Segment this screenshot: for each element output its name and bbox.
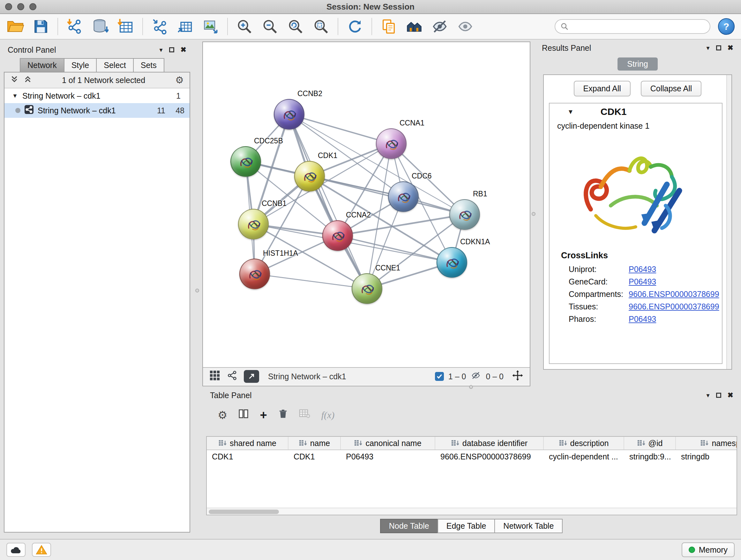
new-table-from-network-button[interactable] [176, 17, 194, 36]
panel-float-icon[interactable] [716, 45, 721, 51]
zoom-in-button[interactable] [235, 17, 253, 36]
warning-button[interactable] [32, 543, 51, 557]
column-header[interactable]: canonical name [341, 437, 435, 449]
add-column-button[interactable]: + [260, 409, 267, 421]
grid-mode-button[interactable] [209, 370, 220, 383]
tab-select[interactable]: Select [96, 58, 133, 72]
hide-selected-button[interactable] [431, 17, 449, 36]
window-close-button[interactable] [5, 3, 12, 10]
panel-close-icon[interactable]: ✖ [181, 46, 186, 54]
crosslink-link[interactable]: P06493 [629, 314, 656, 324]
help-button[interactable]: ? [718, 18, 735, 35]
tab-network-table[interactable]: Network Table [494, 519, 562, 533]
import-network-from-database-button[interactable] [91, 17, 109, 36]
network-node-ccnb1[interactable] [238, 209, 269, 240]
network-canvas[interactable]: CCNB2CCNA1CDC25BCDK1CDC6RB1CCNB1CCNA2CDK… [203, 42, 530, 367]
save-session-button[interactable] [32, 17, 50, 36]
splitter-handle[interactable] [469, 385, 473, 389]
memory-button[interactable]: Memory [682, 543, 735, 557]
cloud-button[interactable] [6, 543, 25, 557]
panel-float-icon[interactable] [169, 47, 174, 52]
detach-view-button[interactable] [244, 370, 259, 383]
search-field[interactable] [555, 19, 711, 34]
collapse-all-button[interactable]: Collapse All [641, 81, 702, 97]
splitter-handle[interactable] [532, 212, 536, 216]
column-header[interactable]: @id [624, 437, 676, 449]
houses-button[interactable] [405, 17, 423, 36]
network-node-cdkn1a[interactable] [436, 247, 467, 278]
network-node-cdk1[interactable] [294, 161, 325, 192]
panel-close-icon[interactable]: ✖ [728, 44, 733, 52]
network-node-ccna1[interactable] [376, 128, 407, 159]
show-all-button[interactable] [456, 17, 474, 36]
table-cell[interactable]: stringdb:9... [624, 450, 676, 463]
zoom-fit-button[interactable] [286, 17, 305, 36]
panel-menu-icon[interactable]: ▾ [706, 44, 710, 52]
table-row[interactable]: CDK1 CDK1 P06493 9606.ENSP00000378699 cy… [207, 450, 737, 463]
collapse-tree-button[interactable] [23, 75, 32, 85]
search-input[interactable] [572, 21, 704, 32]
crosslink-link[interactable]: 9606.ENSP00000378699 [629, 302, 719, 311]
panel-close-icon[interactable]: ✖ [728, 391, 733, 399]
tab-node-table[interactable]: Node Table [380, 519, 438, 533]
refresh-view-button[interactable] [346, 17, 364, 36]
show-columns-button[interactable] [238, 408, 249, 422]
network-node-ccne1[interactable] [352, 273, 382, 304]
splitter-handle[interactable] [195, 289, 199, 293]
network-mode-button[interactable] [226, 370, 238, 383]
zoom-selected-button[interactable] [312, 17, 330, 36]
collection-expand-icon[interactable]: ▼ [12, 92, 18, 99]
selected-checkbox-icon[interactable] [435, 372, 444, 381]
table-cell[interactable]: CDK1 [288, 450, 341, 463]
hidden-eye-icon[interactable] [470, 371, 481, 382]
delete-column-button[interactable] [278, 408, 288, 422]
import-table-from-file-button[interactable] [117, 17, 135, 36]
tab-style[interactable]: Style [64, 58, 97, 72]
table-settings-gear[interactable]: ⚙ [218, 410, 227, 421]
network-node-ccna2[interactable] [322, 220, 353, 251]
network-node-cdc6[interactable] [388, 181, 419, 212]
network-node-hist1h1a[interactable] [239, 259, 270, 289]
tab-sets[interactable]: Sets [133, 58, 164, 72]
column-header[interactable]: namespace [676, 437, 737, 449]
zoom-out-button[interactable] [261, 17, 279, 36]
copy-button[interactable] [380, 17, 398, 36]
column-header[interactable]: description [544, 437, 624, 449]
network-row[interactable]: String Network – cdk1 11 48 [4, 103, 190, 118]
table-cell[interactable]: cyclin-dependent ... [544, 450, 624, 463]
table-cell[interactable]: 9606.ENSP00000378699 [435, 450, 544, 463]
crosslink-link[interactable]: P06493 [629, 277, 656, 287]
expand-tree-button[interactable] [10, 75, 18, 85]
network-node-cdc25b[interactable] [230, 146, 261, 177]
network-node-rb1[interactable] [449, 199, 480, 230]
scrollbar-thumb[interactable] [209, 509, 279, 514]
import-network-from-file-button[interactable] [66, 17, 84, 36]
table-horizontal-scrollbar[interactable] [207, 508, 737, 515]
panel-menu-icon[interactable]: ▾ [706, 391, 710, 399]
section-collapse-icon[interactable]: ▼ [567, 108, 574, 116]
open-session-button[interactable] [6, 17, 24, 36]
table-cell[interactable]: stringdb [676, 450, 737, 463]
table-cell[interactable]: CDK1 [207, 450, 288, 463]
column-header[interactable]: shared name [207, 437, 288, 449]
export-image-button[interactable] [202, 17, 219, 36]
table-cell[interactable]: P06493 [341, 450, 435, 463]
tab-string[interactable]: String [617, 57, 657, 71]
column-header[interactable]: database identifier [435, 437, 544, 449]
gear-icon[interactable]: ⚙ [175, 75, 184, 85]
expand-all-button[interactable]: Expand All [574, 81, 630, 97]
window-zoom-button[interactable] [29, 3, 37, 10]
crosslink-link[interactable]: P06493 [629, 265, 656, 274]
function-builder-button[interactable]: f(x) [321, 410, 335, 421]
center-view-button[interactable] [512, 370, 523, 383]
network-collection-row[interactable]: ▼ String Network – cdk1 1 [4, 88, 190, 103]
tab-network[interactable]: Network [20, 58, 64, 72]
network-node-ccnb2[interactable] [274, 99, 305, 130]
column-header[interactable]: name [288, 437, 341, 449]
tab-edge-table[interactable]: Edge Table [437, 519, 495, 533]
results-scrollbar[interactable] [726, 75, 731, 369]
panel-float-icon[interactable] [716, 393, 721, 398]
new-network-from-selection-button[interactable] [151, 17, 169, 36]
crosslink-link[interactable]: 9606.ENSP00000378699 [629, 290, 719, 299]
panel-menu-icon[interactable]: ▾ [159, 46, 163, 54]
